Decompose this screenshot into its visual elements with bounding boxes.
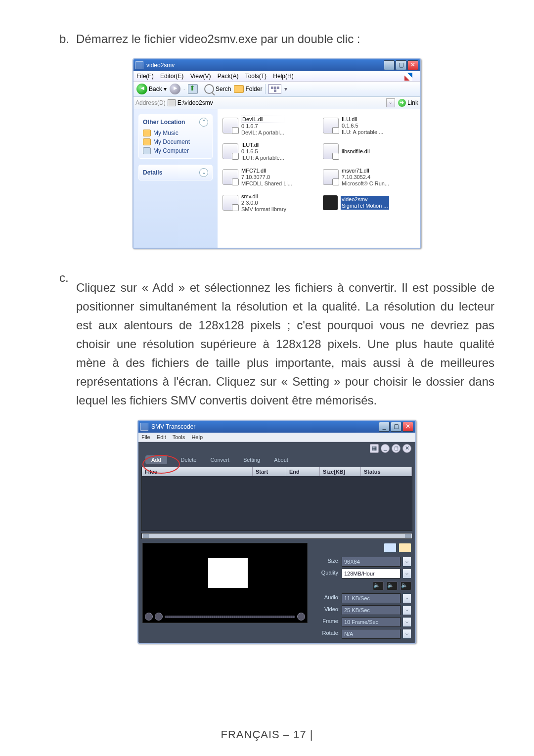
col-status[interactable]: Status (361, 467, 412, 476)
window-icon (140, 423, 148, 431)
play-icon[interactable] (387, 581, 398, 590)
quality-label: Quality: (312, 569, 340, 578)
file-item[interactable]: libsndfile.dll (323, 140, 415, 163)
sidebar-item-document[interactable]: My Document (143, 137, 208, 146)
maximize-button[interactable]: ▢ (391, 422, 401, 432)
menu-tools[interactable]: Tools (173, 434, 185, 440)
file-item[interactable]: msvcr71.dll7.10.3052.4Microsoft® C Run..… (323, 166, 415, 188)
search-button[interactable]: Serch (204, 84, 231, 94)
preview-pane (142, 543, 308, 623)
dropdown-icon[interactable]: ⌵ (402, 629, 411, 639)
smv-title: SMV Transcoder (151, 423, 379, 430)
play-button[interactable] (145, 613, 153, 621)
file-item[interactable]: smv.dll2.3.0.0SMV format library (222, 191, 315, 214)
dropdown-icon[interactable]: ⌵ (402, 557, 411, 567)
maximize-button[interactable]: ▢ (396, 60, 406, 70)
tab-about[interactable]: About (270, 455, 292, 465)
dll-icon (222, 169, 238, 185)
col-end[interactable]: End (286, 467, 320, 476)
file-item[interactable]: DevIL.dll0.1.6.7DevIL: A portabl... (222, 114, 315, 137)
go-icon: ➜ (398, 99, 406, 107)
explorer-title: video2smv (146, 62, 384, 69)
back-icon (136, 84, 147, 94)
file-item-selected[interactable]: video2smvSigmaTel Motion ... (323, 191, 415, 214)
close-button[interactable]: ✕ (402, 422, 413, 432)
rotate-select[interactable]: N/A (342, 629, 400, 639)
up-button[interactable]: ⬆ (188, 84, 198, 94)
close-round-button[interactable]: ✕ (402, 444, 411, 453)
quality-select[interactable]: 128MB/Hour (342, 569, 400, 578)
go-button[interactable]: ➜Link (398, 99, 418, 107)
dll-icon (222, 195, 238, 211)
dropdown-icon[interactable]: ⌵ (402, 605, 411, 615)
seek-slider[interactable] (165, 616, 295, 618)
file-item[interactable]: ILU.dll0.1.6.5ILU: A portable ... (323, 114, 415, 137)
file-item[interactable]: ILUT.dll0.1.6.5ILUT: A portable... (222, 140, 315, 163)
menu-file[interactable]: File (141, 434, 150, 440)
next-button[interactable] (297, 613, 305, 621)
expand-icon[interactable]: ⌄ (199, 168, 208, 177)
scroll-left-icon[interactable] (143, 534, 149, 538)
smv-menubar: File Edit Tools Help (138, 433, 415, 442)
menu-file[interactable]: File(F) (136, 73, 154, 80)
folder-button[interactable]: Folder (234, 85, 262, 93)
tab-setting[interactable]: Setting (239, 455, 264, 465)
collapse-icon[interactable]: ⌃ (199, 118, 208, 127)
horizontal-scrollbar[interactable] (141, 533, 412, 539)
tool-icon[interactable]: ▦ (370, 444, 379, 453)
back-button[interactable]: Back ▾ (136, 84, 167, 94)
scroll-right-icon[interactable] (405, 534, 411, 538)
speaker-icon[interactable] (373, 581, 384, 590)
forward-button[interactable] (170, 84, 180, 94)
size-preset-icon[interactable] (384, 543, 397, 553)
menu-tools[interactable]: Tools(T) (245, 73, 267, 80)
size-select[interactable]: 96X64 (342, 557, 400, 567)
folder-icon (143, 130, 151, 136)
minimize-button[interactable]: _ (384, 60, 395, 70)
file-item[interactable]: MFC71.dll7.10.3077.0MFCDLL Shared Li... (222, 166, 315, 188)
col-start[interactable]: Start (253, 467, 286, 476)
address-dropdown[interactable]: ⌵ (386, 98, 395, 107)
toolbar-separator (201, 84, 201, 94)
sidebar-item-computer[interactable]: My Computer (143, 146, 208, 155)
sidebar-item-music[interactable]: My Music (143, 129, 208, 137)
size-preset-icon[interactable] (399, 543, 411, 553)
menu-pack[interactable]: Pack(A) (218, 73, 239, 80)
audio-select[interactable]: 11 KB/Sec (342, 593, 400, 603)
smv-window: SMV Transcoder _ ▢ ✕ File Edit Tools Hel… (137, 420, 416, 644)
settings-panel: Size: 96X64 ⌵ Quality: 128MB/Hour ⌵ Audi… (312, 543, 411, 639)
search-icon (204, 84, 214, 94)
view-button[interactable] (268, 84, 281, 94)
panel-heading: Details (143, 169, 162, 176)
tab-add[interactable]: Add (141, 455, 171, 465)
close-button[interactable]: ✕ (407, 60, 418, 70)
dropdown-icon[interactable]: ⌵ (402, 617, 411, 627)
tab-convert[interactable]: Convert (206, 455, 233, 465)
red-circle-annotation (142, 455, 180, 474)
col-size[interactable]: Size[KB] (320, 467, 361, 476)
playback-bar (145, 613, 305, 621)
file-list: DevIL.dll0.1.6.7DevIL: A portabl... ILU.… (218, 109, 420, 248)
table-header: Files Start End Size[KB] Status (142, 467, 412, 476)
minimize-round-button[interactable]: _ (381, 444, 390, 453)
computer-icon (143, 147, 151, 154)
menu-editor[interactable]: Editor(E) (160, 73, 183, 80)
smv-titlebar: SMV Transcoder _ ▢ ✕ (138, 421, 415, 433)
tab-delete[interactable]: Delete (177, 455, 201, 465)
item-b: b.Démarrez le fichier video2smv.exe par … (59, 30, 494, 48)
address-path[interactable]: E:\video2smv (178, 99, 384, 106)
maximize-round-button[interactable]: ◻ (392, 444, 400, 453)
menu-view[interactable]: View(V) (190, 73, 211, 80)
mute-icon[interactable] (400, 581, 411, 590)
minimize-button[interactable]: _ (379, 422, 390, 432)
dll-icon (323, 169, 339, 185)
video-select[interactable]: 25 KB/Sec (342, 605, 400, 615)
dropdown-icon[interactable]: ⌵ (402, 569, 411, 578)
menu-edit[interactable]: Edit (157, 434, 166, 440)
stop-button[interactable] (155, 613, 163, 621)
dropdown-icon[interactable]: ⌵ (402, 593, 411, 603)
menu-help[interactable]: Help(H) (273, 73, 293, 80)
frame-select[interactable]: 10 Frame/Sec (342, 617, 400, 627)
menu-help[interactable]: Help (191, 434, 203, 440)
explorer-body: Other Location⌃ My Music My Document My … (134, 109, 420, 248)
